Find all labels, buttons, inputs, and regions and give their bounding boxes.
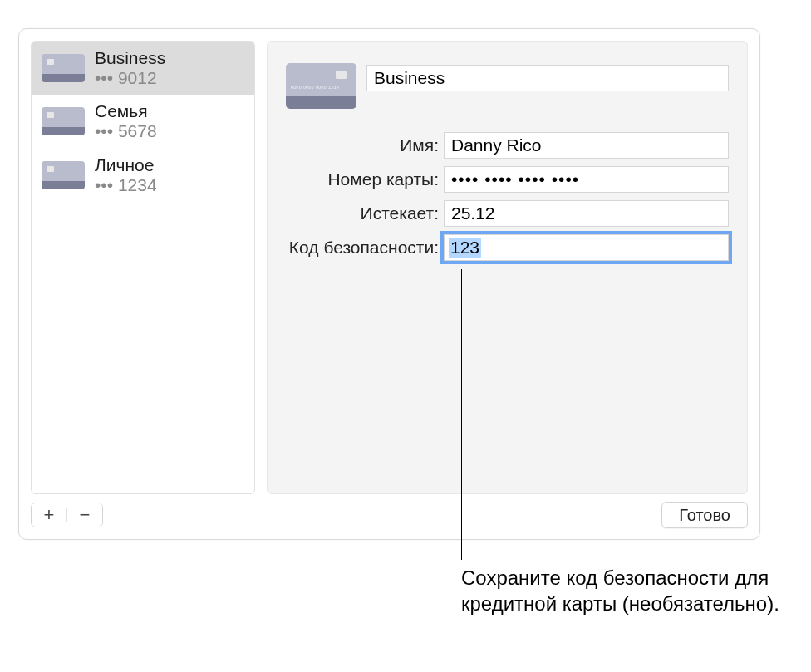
name-input[interactable] [444,132,729,159]
card-item-title: Business [95,48,165,68]
add-remove-group: + − [31,503,103,527]
field-label-number: Номер карты: [286,169,439,189]
field-row-expires: Истекает: [286,200,729,227]
card-item-sub: ••• 1234 [95,175,157,195]
card-title-input[interactable] [366,65,729,91]
field-label-name: Имя: [286,135,439,155]
field-group: Имя: Номер карты: Истекает: Код безопасн… [286,132,729,261]
done-button[interactable]: Готово [661,502,748,528]
expiry-input[interactable] [444,200,729,227]
card-item-personal[interactable]: Личное ••• 1234 [32,149,254,202]
card-preview-icon: 0000 0000 0000 1234 [286,63,356,109]
card-item-sub: ••• 9012 [95,68,165,88]
card-item-text: Business ••• 9012 [95,48,165,88]
card-thumb-icon [42,107,85,135]
add-button[interactable]: + [32,503,66,527]
card-item-text: Семья ••• 5678 [95,101,157,141]
card-item-title: Личное [95,155,157,175]
remove-button[interactable]: − [67,503,102,527]
card-detail-pane: 0000 0000 0000 1234 Имя: Номер карты: Ис… [267,41,748,494]
card-item-sub: ••• 5678 [95,121,157,141]
callout-text: Сохраните код безопасности для кредитной… [461,565,811,616]
bottom-bar: + − Готово [31,499,748,531]
card-item-business[interactable]: Business ••• 9012 [32,42,254,95]
card-preview-number: 0000 0000 0000 1234 [291,85,351,90]
card-item-family[interactable]: Семья ••• 5678 [32,95,254,148]
field-label-security: Код безопасности: [286,238,439,258]
field-row-name: Имя: [286,132,729,159]
field-label-expires: Истекает: [286,204,439,223]
callout-line [461,269,462,560]
card-item-text: Личное ••• 1234 [95,155,157,195]
card-number-input[interactable] [444,166,729,193]
field-row-security: Код безопасности: [286,234,729,261]
content-area: Business ••• 9012 Семья ••• 5678 Личное [31,41,748,494]
card-thumb-icon [42,54,85,82]
card-item-title: Семья [95,101,157,121]
security-code-input[interactable] [444,234,729,261]
detail-header: 0000 0000 0000 1234 [286,63,729,109]
field-row-number: Номер карты: [286,166,729,193]
card-thumb-icon [42,161,85,189]
card-list: Business ••• 9012 Семья ••• 5678 Личное [31,41,255,494]
prefs-window: Business ••• 9012 Семья ••• 5678 Личное [18,28,760,540]
